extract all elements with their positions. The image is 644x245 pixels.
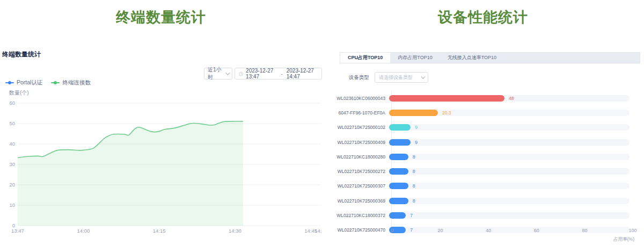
bar-track: 8: [389, 168, 630, 175]
device-label: WL022710K725000307: [322, 183, 389, 189]
time-range-select[interactable]: 近1小时: [204, 68, 232, 80]
device-label: WL022710KC18000280: [322, 154, 389, 160]
bar-value: 7: [410, 212, 413, 219]
svg-text:30: 30: [9, 161, 15, 167]
connections-area: [18, 121, 243, 226]
bar-row: 6047-FF96-1070-EF0A20.3: [322, 105, 644, 120]
chart-legend: Portal认证 终端连接数: [5, 79, 91, 87]
bar-row: WL022710K7250004099: [322, 135, 644, 149]
legend-item-portal[interactable]: Portal认证: [5, 79, 42, 87]
device-label: WL022710K725000102: [322, 125, 389, 130]
x-tick: 60: [534, 228, 539, 233]
date-separator: -: [280, 71, 283, 77]
terminal-count-title: 终端数量统计: [0, 8, 322, 27]
device-label: WL022710KC18000372: [322, 213, 389, 218]
bar-track: 8: [389, 154, 630, 160]
bar: [389, 212, 406, 219]
bar-track: 8: [389, 198, 630, 204]
bar-row: WL022710KC180002808: [322, 149, 644, 164]
bar-value: 8: [413, 168, 415, 175]
bar-value: 8: [413, 154, 415, 160]
line-chart: 010203040506013:4714:0014:1514:3014:4514…: [0, 91, 322, 245]
x-tick: 100: [628, 228, 636, 233]
tab-cpu-top10[interactable]: CPU占用TOP10: [340, 53, 390, 63]
bar-track: 9: [389, 124, 630, 131]
bar: [389, 154, 408, 160]
bar-track: 9: [389, 139, 630, 146]
svg-text:10: 10: [9, 202, 15, 208]
legend-label: 终端连接数: [62, 79, 91, 87]
date-start: 2023-12-27 13:47: [246, 68, 277, 80]
terminal-count-header: 终端数量统计: [2, 50, 41, 59]
legend-item-connections[interactable]: 终端连接数: [51, 79, 91, 87]
svg-text:14:00: 14:00: [77, 228, 90, 234]
portal-series-marker: [5, 81, 14, 85]
svg-text:40: 40: [9, 141, 15, 147]
bar: [389, 110, 438, 116]
performance-tabbar: CPU占用TOP10 内存占用TOP10 无线接入点速率TOP10: [340, 52, 640, 63]
terminal-count-panel: 终端数量统计 终端数量统计 近1小时 2023-12-27 13:47 - 20…: [0, 0, 322, 245]
bar: [389, 168, 408, 175]
device-label: WL022710K725000470: [322, 227, 389, 233]
bar-row: WL023610KC0600004348: [322, 91, 644, 105]
bar-value: 8: [413, 183, 415, 189]
device-performance-title: 设备性能统计: [322, 8, 644, 27]
bar: [389, 124, 411, 131]
bar-value: 20.3: [442, 110, 451, 116]
x-axis-name: 占用率(%): [613, 236, 634, 243]
device-type-label: 设备类型: [349, 74, 369, 81]
bar-value: 9: [415, 124, 418, 131]
device-label: WL022710K725000409: [322, 140, 389, 145]
svg-text:14:30: 14:30: [229, 228, 241, 234]
dashboard: 终端数量统计 终端数量统计 近1小时 2023-12-27 13:47 - 20…: [0, 0, 644, 245]
bar-track: 8: [389, 183, 630, 189]
device-type-placeholder: 请选择设备类型: [379, 74, 413, 81]
device-label: 6047-FF96-1070-EF0A: [322, 110, 389, 116]
device-type-row: 设备类型 请选择设备类型: [349, 72, 428, 83]
svg-text:13:47: 13:47: [11, 228, 24, 234]
bar: [389, 95, 504, 102]
bar-value: 8: [413, 198, 415, 204]
svg-text:14:47: 14:47: [314, 228, 322, 234]
bar-row: WL022710K7250002728: [322, 164, 644, 178]
bar-row: WL022710K7250003698: [322, 193, 644, 208]
device-label: WL022710K725000272: [322, 169, 389, 174]
x-tick: 80: [582, 228, 587, 233]
legend-label: Portal认证: [17, 79, 42, 87]
bar-row: WL022710K7250003078: [322, 179, 644, 193]
bar-track: 7: [389, 212, 630, 219]
svg-text:60: 60: [9, 100, 15, 106]
bar: [389, 139, 411, 146]
bar-value: 9: [415, 139, 418, 146]
bar-row: WL022710KC180003727: [322, 208, 644, 222]
clock-icon: [239, 71, 243, 77]
device-label: WL023610KC06000043: [322, 96, 389, 101]
bar-row: WL022710K7250001029: [322, 120, 644, 135]
svg-text:20: 20: [9, 182, 15, 188]
connections-series-marker: [51, 81, 60, 85]
chevron-down-icon: [225, 70, 230, 75]
svg-text:14:15: 14:15: [153, 228, 166, 234]
device-label: WL022710K725000369: [322, 198, 389, 204]
bar-value: 48: [509, 95, 514, 102]
bar: [389, 183, 408, 189]
x-tick: 0: [391, 228, 393, 233]
bar-chart: WL023610KC06000043486047-FF96-1070-EF0A2…: [322, 91, 644, 237]
device-performance-panel: 设备性能统计 CPU占用TOP10 内存占用TOP10 无线接入点速率TOP10…: [322, 0, 644, 245]
device-type-select[interactable]: 请选择设备类型: [375, 72, 428, 83]
bar-track: 20.3: [389, 110, 630, 116]
tab-memory-top10[interactable]: 内存占用TOP10: [390, 53, 440, 63]
chevron-down-icon: [421, 74, 425, 78]
x-tick: 40: [486, 228, 491, 233]
time-range-value: 近1小时: [208, 66, 225, 81]
date-range-picker[interactable]: 2023-12-27 13:47 - 2023-12-27 14:47: [235, 68, 322, 80]
svg-text:50: 50: [9, 120, 15, 126]
bar-chart-x-ticks: 020406080100: [392, 228, 633, 234]
bar: [389, 198, 408, 204]
x-tick: 20: [438, 228, 443, 233]
date-end: 2023-12-27 14:47: [287, 68, 318, 80]
tab-wireless-rate-top10[interactable]: 无线接入点速率TOP10: [440, 53, 504, 63]
bar-track: 48: [389, 95, 630, 102]
chart-controls: 近1小时 2023-12-27 13:47 - 2023-12-27 14:47: [204, 68, 322, 80]
